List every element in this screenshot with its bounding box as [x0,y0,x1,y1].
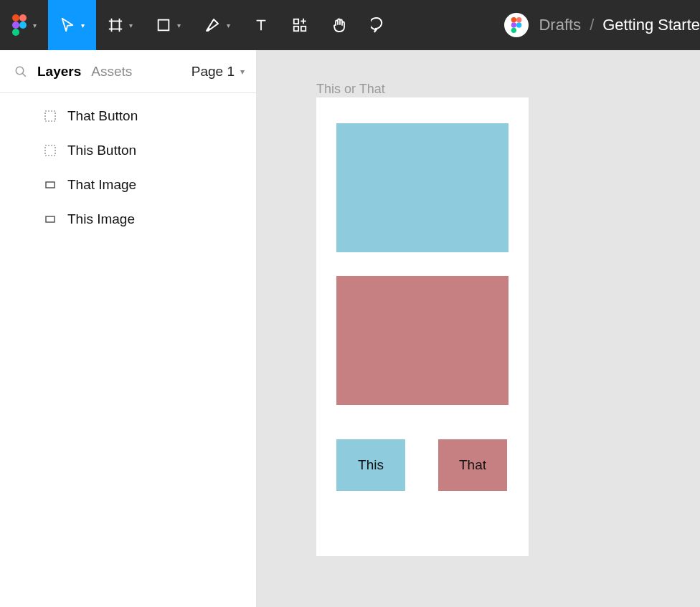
svg-line-21 [22,73,26,77]
layer-row[interactable]: That Image [0,168,256,202]
svg-point-1 [19,14,27,21]
layer-row[interactable]: This Image [0,202,256,236]
rectangle-icon [43,178,57,192]
breadcrumb-separator: / [590,16,594,34]
breadcrumb: Drafts / Getting Starte [539,16,700,34]
layer-row[interactable]: This Button [0,133,256,168]
layer-tree: This or That That Button This Button Tha… [0,93,256,236]
text-tool-button[interactable] [242,0,280,50]
component-icon [43,109,57,123]
figma-logo-icon [511,17,522,33]
canvas-frame-label[interactable]: This or That [316,82,385,97]
text-icon [253,17,269,33]
chevron-down-icon: ▾ [177,21,181,29]
svg-rect-10 [294,19,298,24]
chevron-down-icon: ▾ [240,67,245,77]
svg-rect-29 [46,216,55,222]
layer-row[interactable]: That Button [0,99,256,133]
resources-icon [292,17,308,33]
layer-name: This Button [67,143,136,158]
svg-rect-28 [46,182,55,188]
button-label: That [459,457,486,473]
chevron-down-icon: ▾ [129,21,133,29]
canvas-that-image[interactable] [336,276,509,405]
canvas-this-button[interactable]: This [336,439,405,491]
hand-icon [331,16,348,34]
rectangle-icon [43,212,57,226]
frame-icon [108,17,123,33]
search-icon[interactable] [14,65,27,78]
canvas[interactable]: This or That This That [257,50,700,607]
frame-tool-button[interactable]: ▾ [96,0,144,50]
button-label: This [358,457,384,473]
pen-icon [204,16,221,34]
cursor-icon [60,17,75,33]
svg-rect-26 [45,111,55,121]
svg-point-17 [511,22,516,27]
layer-name: That Image [67,177,136,193]
left-sidebar: Layers Assets Page 1 ▾ This or That That… [0,50,257,607]
svg-rect-27 [45,145,55,156]
svg-point-15 [511,17,516,22]
comment-icon [371,16,388,34]
component-icon [43,143,57,158]
panel-tabs: Layers Assets Page 1 ▾ [0,50,256,93]
chevron-down-icon: ▾ [81,21,85,29]
tab-layers[interactable]: Layers [37,64,81,80]
svg-point-20 [16,67,24,75]
page-selector[interactable]: Page 1 ▾ [191,64,245,80]
svg-rect-11 [294,27,298,31]
rectangle-icon [156,17,171,33]
pen-tool-button[interactable]: ▾ [192,0,242,50]
svg-rect-12 [301,27,306,31]
canvas-this-image[interactable] [336,123,509,252]
resources-tool-button[interactable] [280,0,319,50]
community-avatar[interactable] [504,13,529,37]
breadcrumb-drafts[interactable]: Drafts [539,16,581,34]
move-tool-button[interactable]: ▾ [48,0,96,50]
hand-tool-button[interactable] [319,0,359,50]
comment-tool-button[interactable] [359,0,399,50]
chevron-down-icon: ▾ [227,21,230,29]
svg-point-3 [19,21,27,29]
svg-point-0 [12,14,19,21]
main-area: Layers Assets Page 1 ▾ This or That That… [0,50,700,607]
svg-point-2 [12,21,19,29]
top-toolbar: ▾ ▾ ▾ ▾ ▾ [0,0,700,50]
figma-menu-button[interactable]: ▾ [0,0,48,50]
svg-point-16 [516,17,521,22]
tab-assets[interactable]: Assets [91,64,132,80]
breadcrumb-file[interactable]: Getting Starte [602,16,700,34]
layer-name: This Image [67,211,135,227]
figma-logo-icon [11,14,27,36]
svg-point-19 [511,28,516,33]
canvas-that-button[interactable]: That [438,439,507,491]
svg-rect-9 [159,20,169,31]
page-label: Page 1 [191,64,235,80]
svg-point-4 [12,29,19,36]
chevron-down-icon: ▾ [33,21,37,29]
svg-point-18 [516,22,521,27]
shape-tool-button[interactable]: ▾ [144,0,192,50]
layer-name: That Button [67,108,138,124]
